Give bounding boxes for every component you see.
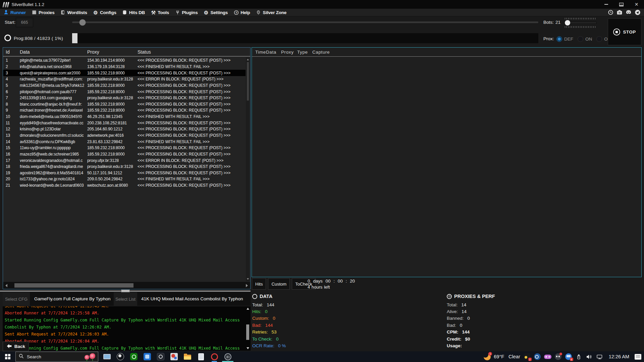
stat-bad: Bad:144 <box>252 322 286 328</box>
select-list-button[interactable]: Select List <box>114 292 137 306</box>
cell-status: <<< PROCESSING BLOCK: REQUEST (POST) >>> <box>138 83 246 88</box>
select-cfg-button[interactable]: Select CFG <box>3 292 30 306</box>
table-row[interactable]: 19agostini1962@libero.it:Ma5540181450.11… <box>3 170 246 176</box>
log-scrollbar[interactable] <box>246 307 250 350</box>
menu-item-configs[interactable]: ⚙Configs <box>93 10 116 15</box>
tray-volume[interactable] <box>586 353 593 361</box>
taskbar-app-obs-studio[interactable] <box>114 351 127 362</box>
start-input[interactable] <box>16 18 33 27</box>
menu-item-label: Plugins <box>182 10 198 15</box>
start-menu-button[interactable] <box>0 351 15 362</box>
panel-splitter[interactable] <box>0 291 251 292</box>
tray-controller[interactable] <box>544 353 551 361</box>
splitter-handle[interactable] <box>121 290 130 292</box>
action-center-icon[interactable] <box>635 354 641 360</box>
scroll-thumb[interactable] <box>246 324 249 340</box>
table-row[interactable]: 13dmorales@solucionesmfm.cl:solucicadene… <box>3 132 246 139</box>
table-row[interactable]: 9michael.troner@freenet.de:Axelaxel185.5… <box>3 107 246 114</box>
scroll-up-icon[interactable] <box>247 59 249 60</box>
taskbar-app-clock-app[interactable] <box>154 351 167 362</box>
table-row[interactable]: 1pitgin@meta.ua:379072piter!154.30.194.2… <box>3 57 246 64</box>
table-row[interactable]: 12krisino@vp.pl:123Dolar205.164.60.90:12… <box>3 126 246 132</box>
stat-hits: Hits:0 <box>252 308 286 315</box>
table-row[interactable]: 3quest@airpiratepress.com:air2000185.59.… <box>3 70 246 76</box>
taskbar-app-notepad[interactable] <box>194 351 208 362</box>
system-tray: 26 <box>523 353 603 361</box>
taskbar-app-xbox[interactable] <box>127 351 141 362</box>
start-slider[interactable] <box>72 21 538 23</box>
usb-icon <box>577 354 581 360</box>
table-row[interactable]: 4rachwala_muzaffar@rediffmail.com:proxy.… <box>3 76 246 82</box>
selected-config-name: GameFly.com Full Capture By Typhon <box>34 296 111 301</box>
table-row[interactable]: 11eyyddl49@chasefreedomactivate.cc200.23… <box>3 120 246 126</box>
cell-data: mik1234567@meta.ua:5hyk7ohkk12 <box>20 83 87 88</box>
tray-usb[interactable] <box>575 353 583 361</box>
cell-status: <<< PROCESSING BLOCK: REQUEST (POST) >>> <box>138 108 246 113</box>
tab-custom[interactable]: Custom <box>268 278 290 290</box>
scroll-thumb[interactable] <box>247 62 249 101</box>
menu-item-runner[interactable]: Runner <box>3 10 26 15</box>
table-row[interactable]: 5mik1234567@meta.ua:5hyk7ohkk12185.59.23… <box>3 82 246 89</box>
camera-icon[interactable] <box>616 9 623 16</box>
table-row[interactable]: 1511wu-uy@rambler.ru:pppppp185.59.232.21… <box>3 145 246 151</box>
table-row[interactable]: 2info@natuhara.net:since1968136.179.19.1… <box>3 64 246 70</box>
taskbar-clock[interactable]: 12:26 AM <box>609 354 629 359</box>
weather-widget[interactable]: 1 69°FClear <box>484 353 520 360</box>
scroll-up-icon[interactable] <box>247 308 249 310</box>
maximize-button[interactable] <box>614 0 629 9</box>
tray-chat-app[interactable]: 2 <box>523 353 531 361</box>
prox-option-on[interactable]: ON <box>578 36 592 42</box>
taskbar-app-silverbullet[interactable] <box>221 351 234 362</box>
scroll-thumb[interactable] <box>14 283 133 288</box>
bots-slider[interactable] <box>564 18 597 28</box>
results-horizontal-scrollbar[interactable] <box>3 282 250 289</box>
menu-item-silver-zone[interactable]: Silver Zone <box>256 10 287 15</box>
tray-blue-badge-app[interactable]: 6 <box>565 353 572 361</box>
scroll-left-icon[interactable] <box>3 284 10 287</box>
table-row[interactable]: 18frieda.weigall674@andreagilardi.meprox… <box>3 164 246 170</box>
menu-item-proxies[interactable]: Proxies <box>32 10 54 15</box>
discord-icon[interactable] <box>625 9 632 16</box>
back-button[interactable]: Back <box>3 342 29 351</box>
scroll-track[interactable] <box>10 283 244 288</box>
menu-item-settings[interactable]: ⚙Settings <box>203 10 228 15</box>
taskbar-app-media-app[interactable] <box>167 351 181 362</box>
taskbar-app-performance-monitor[interactable] <box>100 351 114 362</box>
table-row[interactable]: 17veronicavaldesgranados@hotmail.cproxy.… <box>3 157 246 164</box>
menu-item-tools[interactable]: ⚒Tools <box>151 10 169 15</box>
menu-item-hits-db[interactable]: Hits DB <box>122 10 145 15</box>
menu-item-plugins[interactable]: Plugins <box>175 10 198 15</box>
tab-hits[interactable]: Hits <box>252 278 266 290</box>
stop-button[interactable]: STOP <box>608 18 641 45</box>
scroll-right-icon[interactable] <box>244 284 250 287</box>
scroll-down-icon[interactable] <box>247 278 249 280</box>
table-row[interactable]: 8blanc.courtine@anjac-bi.fr@neuf.fr:185.… <box>3 101 246 107</box>
bots-slider-thumb[interactable] <box>565 20 570 25</box>
scroll-down-icon[interactable] <box>247 347 249 349</box>
menu-item-wordlists[interactable]: Wordlists <box>60 10 87 15</box>
start-slider-thumb[interactable] <box>79 19 86 25</box>
minimize-button[interactable] <box>599 0 614 9</box>
table-row[interactable]: 6pilotpon@hotmail.com:paulb777185.59.232… <box>3 88 246 95</box>
table-row[interactable]: 10dom-mebeli@meta.ua:09051945!!046.29.25… <box>3 114 246 120</box>
tray-network[interactable] <box>596 353 603 361</box>
menu-item-help[interactable]: ?Help <box>233 10 250 15</box>
close-button[interactable]: ✕ <box>629 0 644 9</box>
table-row[interactable]: 72451339@163.com:guoqiangproxy.balikesir… <box>3 95 246 101</box>
proxies-icon <box>32 10 37 15</box>
taskbar-search[interactable]: Search <box>15 352 98 362</box>
taskbar-app-blue-app[interactable] <box>141 351 154 362</box>
cell-id: 12 <box>3 127 20 131</box>
results-vertical-scrollbar[interactable] <box>246 57 250 281</box>
prox-option-def[interactable]: DEF <box>556 36 573 42</box>
tray-discord-tray[interactable] <box>554 353 562 361</box>
taskbar-app-opera[interactable] <box>208 351 221 362</box>
table-row[interactable]: 21wied-leonard@web.de:Leonard0603webschu… <box>3 182 246 189</box>
tray-steam[interactable] <box>534 353 541 361</box>
telegram-icon[interactable] <box>634 9 641 16</box>
taskbar-app-file-explorer[interactable] <box>181 351 194 362</box>
history-icon[interactable] <box>607 9 613 16</box>
table-row[interactable]: 14av53361@comtv.ru:DPKwkBgb23.81.63.132:… <box>3 138 246 145</box>
table-row[interactable]: 20ist1733@yahoo.ne.jp:noto1824209.0.50.2… <box>3 176 246 182</box>
table-row[interactable]: 16mazez85@web.de:schreiner1985185.59.232… <box>3 151 246 158</box>
